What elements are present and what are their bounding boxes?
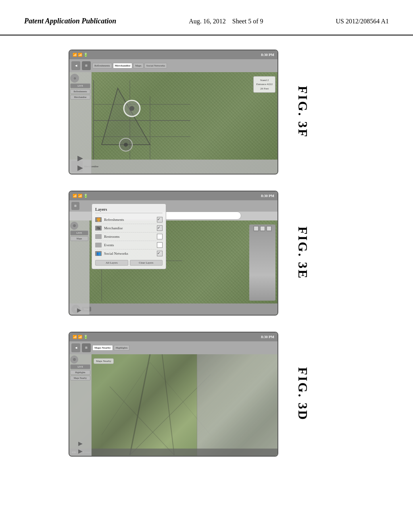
header-date-sheet: Aug. 16, 2012 Sheet 5 of 9: [189, 16, 263, 27]
sidebar-location-btn-3f[interactable]: ◎: [70, 74, 79, 83]
nav-bar-3f: ◀ ⊞ Refreshments Merchandise Maps Social…: [69, 59, 277, 72]
figure-3d-row: 📶 📶 🔋 8:30 PM ◀ ⊞ Maps Nearby Highlights: [24, 332, 389, 457]
svg-point-8: [129, 106, 134, 111]
nav-icon-3f[interactable]: ◀: [71, 61, 80, 70]
fig3f-label-container: FIG. 3F: [290, 86, 315, 138]
status-time-3e: 8:30 PM: [261, 194, 274, 198]
sidebar-refresh-3f[interactable]: Refresh­ments: [70, 89, 90, 94]
sidebar-maps-3d[interactable]: Maps Nearby: [70, 376, 90, 380]
map-badge-3d: Maps Nearby: [94, 358, 114, 364]
nav-logo-3d: ⊞: [82, 343, 91, 352]
crowd-texture-3d: [197, 354, 277, 456]
chevron-3e[interactable]: ▶: [70, 307, 88, 314]
sidebar-3e: ◎ LIVE Maps ▶: [69, 220, 90, 315]
page-header: Patent Application Publication Aug. 16, …: [0, 0, 413, 35]
chevron-right2-3f[interactable]: ▶: [70, 163, 90, 172]
sidebar-live-3f[interactable]: LIVE: [70, 83, 90, 88]
map-svg-3f: [69, 72, 277, 174]
layer-icon-events-3e: [95, 243, 102, 247]
status-icons-3d: 📶 📶 🔋: [73, 335, 88, 339]
sidebar-location-btn-3d[interactable]: ◎: [70, 355, 78, 364]
layers-buttons-3e: All Layers Clear Layers: [95, 260, 163, 266]
layer-label-rest-3e: Restrooms: [104, 235, 120, 239]
sidebar-3d: ◎ LIVE Highlights Maps Nearby ▶ ▶: [69, 354, 92, 456]
fig3d-label: FIG. 3D: [290, 367, 315, 421]
sidebar-highlights-3d[interactable]: Highlights: [70, 370, 90, 375]
tab-maps-3f[interactable]: Maps: [133, 63, 144, 69]
layers-title-3e: Layers: [95, 207, 163, 213]
layer-refreshments-3e[interactable]: 🍔 Refreshments ✓: [95, 216, 163, 224]
bottom-bar-3e: ◎ Map: [69, 303, 277, 315]
tab-highlights-3d[interactable]: Highlights: [114, 345, 130, 351]
nav-back-3d[interactable]: ◀: [71, 343, 80, 352]
svg-point-10: [124, 143, 128, 147]
nav-icon-3e: ⊞: [71, 202, 79, 210]
svg-line-13: [130, 354, 150, 455]
fig3e-label: FIG. 3E: [290, 227, 315, 279]
layer-icon-refresh-3e: 🍔: [95, 217, 102, 222]
info-stand-3f: Stand 2: [256, 78, 273, 83]
info-panel-3f: Stand 2 Entrance #222 20 Feet: [253, 76, 275, 93]
tab-mapsnearby-3d[interactable]: Maps Nearby: [92, 345, 113, 351]
social-icons-row-3e: [250, 226, 275, 231]
tab-refreshments-3f[interactable]: Refreshments: [92, 63, 112, 69]
fig3d-label-container: FIG. 3D: [290, 367, 315, 421]
layer-label-social-3e: Social Networks: [104, 251, 128, 256]
header-patent-number: US 2012/208564 A1: [336, 16, 389, 27]
layer-icon-merch-3e: 🛍: [95, 226, 102, 231]
phone-screenshot-3e: 📶 📶 🔋 8:30 PM ⊞ 🔍 Search: [69, 191, 278, 316]
content-area: 📶 📶 🔋 8:30 PM ◀ ⊞ Refreshments Merchandi…: [0, 35, 413, 469]
map-area-3d: ◎ LIVE Highlights Maps Nearby ▶ ▶ Maps N…: [69, 354, 277, 456]
layers-panel-3e: Layers 🍔 Refreshments ✓ 🛍 Merchandise ✓ …: [92, 204, 166, 269]
person-area-3e: [249, 224, 275, 301]
nav-bar-3d: ◀ ⊞ Maps Nearby Highlights: [69, 341, 277, 354]
map-background-3d: [69, 354, 277, 456]
layer-check-merch-3e[interactable]: ✓: [157, 225, 163, 231]
header-title: Patent Application Publication: [24, 16, 116, 26]
header-date: Aug. 16, 2012: [189, 18, 226, 25]
sidebar-merch-3f[interactable]: Merchan­dise: [70, 95, 90, 100]
chevron-right-3f[interactable]: ▶: [70, 154, 90, 162]
layer-check-refresh-3e[interactable]: ✓: [157, 217, 163, 222]
nav-tabs-3d: Maps Nearby Highlights: [92, 345, 275, 351]
map-area-3f: Stand 2 Entrance #222 20 Feet Merchandis…: [69, 72, 277, 174]
sidebar-live-3e[interactable]: LIVE: [70, 231, 88, 235]
status-time-3f: 8:30 PM: [261, 53, 274, 57]
sidebar-live-3d[interactable]: LIVE: [70, 364, 90, 369]
tab-merchandise-3f[interactable]: Merchandise: [113, 63, 133, 69]
layer-check-social-3e[interactable]: ✓: [157, 251, 163, 256]
layer-social-3e[interactable]: 👥 Social Networks ✓: [95, 249, 163, 258]
nav-logo-3f: ⊞: [82, 61, 91, 70]
layer-events-3e[interactable]: Events: [95, 241, 163, 249]
chevron-3d-1[interactable]: ▶: [70, 440, 90, 447]
svg-line-17: [102, 362, 150, 435]
sidebar-maps-3e[interactable]: Maps: [70, 236, 88, 241]
figure-3e-row: 📶 📶 🔋 8:30 PM ⊞ 🔍 Search: [24, 191, 389, 316]
layer-label-events-3e: Events: [104, 243, 114, 247]
layer-check-events-3e[interactable]: [157, 242, 163, 248]
all-layers-btn-3e[interactable]: All Layers: [95, 260, 128, 266]
chevron-3d-2[interactable]: ▶: [70, 448, 90, 455]
info-feet-3f: 20 Feet: [256, 87, 273, 91]
layer-restrooms-3e[interactable]: Restrooms: [95, 233, 163, 241]
sidebar-location-btn-3e[interactable]: ◎: [70, 222, 78, 230]
fig3e-label-container: FIG. 3E: [290, 227, 315, 279]
social-icon-3-3e: [266, 226, 272, 231]
layer-icon-rest-3e: [95, 234, 102, 239]
figure-3f-row: 📶 📶 🔋 8:30 PM ◀ ⊞ Refreshments Merchandi…: [24, 50, 389, 175]
status-bar-3f: 📶 📶 🔋 8:30 PM: [69, 50, 277, 59]
layer-merchandise-3e[interactable]: 🛍 Merchandise ✓: [95, 224, 163, 233]
sidebar-3f: ◎ LIVE Refresh­ments Merchan­dise ▶ ▶: [69, 72, 92, 174]
info-entrance-3f: Entrance #222: [256, 82, 273, 87]
clear-layers-btn-3e[interactable]: Clear Layers: [130, 260, 163, 266]
layer-check-rest-3e[interactable]: [157, 234, 163, 239]
svg-line-14: [162, 354, 174, 455]
nav-tabs-3f: Refreshments Merchandise Maps Social Net…: [92, 63, 275, 69]
layer-icon-social-3e: 👥: [95, 251, 102, 256]
tab-social-3f[interactable]: Social Networks: [144, 63, 167, 69]
layer-label-merch-3e: Merchandise: [104, 226, 123, 230]
social-icon-1-3e: [253, 226, 259, 231]
bottom-thumb-3f: Merchandise: [69, 160, 277, 174]
layer-label-refresh-3e: Refreshments: [104, 218, 124, 222]
social-icon-2-3e: [260, 226, 265, 231]
